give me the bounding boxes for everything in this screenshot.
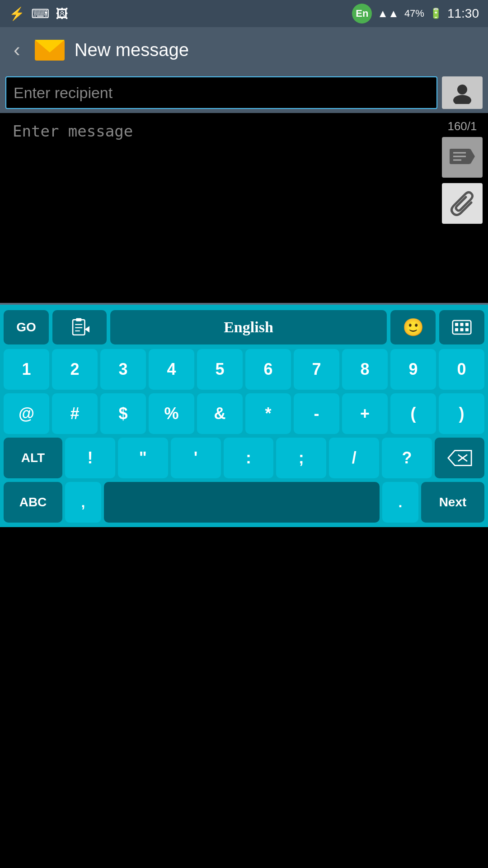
number-row: 1 2 3 4 5 6 7 8 9 0 [3, 349, 485, 390]
clock: 11:30 [447, 6, 479, 21]
symbol-row-1: @ # $ % & * - + ( ) [3, 393, 485, 434]
key-2[interactable]: 2 [52, 349, 98, 390]
backspace-key[interactable] [435, 438, 484, 478]
key-7[interactable]: 7 [294, 349, 339, 390]
key-lparen[interactable]: ( [390, 393, 436, 434]
back-button[interactable]: ‹ [9, 34, 25, 66]
key-colon[interactable]: : [224, 438, 274, 478]
svg-rect-16 [455, 323, 458, 326]
key-9[interactable]: 9 [390, 349, 436, 390]
clipboard-key[interactable] [52, 310, 107, 344]
key-rparen[interactable]: ) [439, 393, 484, 434]
key-6[interactable]: 6 [245, 349, 291, 390]
key-4[interactable]: 4 [149, 349, 194, 390]
key-percent[interactable]: % [149, 393, 194, 434]
svg-point-3 [453, 95, 471, 104]
period-key[interactable]: . [382, 482, 418, 523]
svg-marker-5 [470, 149, 475, 164]
key-dollar[interactable]: $ [100, 393, 146, 434]
status-icons-left: ⚡ ⌨ 🖼 [9, 6, 68, 21]
svg-rect-15 [453, 321, 471, 334]
status-bar: ⚡ ⌨ 🖼 En ▲▲ 47% 🔋 11:30 [0, 0, 488, 27]
key-asterisk[interactable]: * [245, 393, 291, 434]
usb-icon: ⚡ [9, 6, 25, 21]
symbol-row-2: ALT ! " ' : ; / ? [3, 438, 485, 478]
keyboard: GO English 🙂 [0, 305, 488, 527]
signal-icon: ▲▲ [377, 7, 399, 20]
message-input[interactable] [5, 118, 437, 271]
key-dquote[interactable]: " [118, 438, 168, 478]
svg-rect-19 [455, 328, 458, 331]
recipient-row [0, 72, 488, 113]
send-button[interactable] [442, 137, 483, 178]
char-count: 160/1 [447, 119, 477, 133]
key-plus[interactable]: + [342, 393, 388, 434]
key-ampersand[interactable]: & [197, 393, 243, 434]
key-3[interactable]: 3 [100, 349, 146, 390]
battery-icon: 🔋 [430, 8, 442, 19]
attach-button[interactable] [442, 183, 483, 224]
key-semicolon[interactable]: ; [276, 438, 326, 478]
key-minus[interactable]: - [294, 393, 339, 434]
language-badge: En [352, 4, 372, 24]
alt-key[interactable]: ALT [4, 438, 62, 478]
abc-key[interactable]: ABC [4, 482, 62, 523]
key-5[interactable]: 5 [197, 349, 243, 390]
keyboard-settings-key[interactable] [439, 310, 484, 344]
app-bar: ‹ New message [0, 27, 488, 72]
battery-level: 47% [404, 8, 424, 19]
key-at[interactable]: @ [4, 393, 49, 434]
keyboard-icon: ⌨ [31, 6, 49, 21]
key-question[interactable]: ? [382, 438, 432, 478]
message-side: 160/1 [442, 118, 483, 224]
image-icon: 🖼 [56, 6, 68, 21]
svg-rect-20 [460, 328, 463, 331]
key-squote[interactable]: ' [171, 438, 221, 478]
key-0[interactable]: 0 [439, 349, 484, 390]
mail-icon [34, 36, 66, 63]
emoji-key[interactable]: 🙂 [390, 310, 436, 344]
svg-rect-17 [460, 323, 463, 326]
bottom-row: ABC , . Next [3, 482, 485, 527]
key-exclaim[interactable]: ! [65, 438, 115, 478]
svg-rect-18 [465, 323, 469, 326]
key-hash[interactable]: # [52, 393, 98, 434]
svg-point-2 [457, 85, 467, 94]
keyboard-toolbar: GO English 🙂 [3, 309, 485, 345]
language-key[interactable]: English [110, 310, 387, 344]
key-8[interactable]: 8 [342, 349, 388, 390]
contact-picker-button[interactable] [442, 76, 483, 109]
recipient-input[interactable] [5, 76, 437, 109]
comma-key[interactable]: , [65, 482, 101, 523]
svg-rect-10 [76, 318, 81, 321]
message-area: 160/1 [0, 113, 488, 303]
key-slash[interactable]: / [329, 438, 379, 478]
go-key[interactable]: GO [4, 310, 49, 344]
svg-rect-21 [465, 328, 469, 331]
next-key[interactable]: Next [421, 482, 484, 523]
key-1[interactable]: 1 [4, 349, 49, 390]
space-key[interactable] [104, 482, 380, 523]
svg-marker-14 [84, 326, 89, 332]
page-title: New message [75, 40, 189, 60]
svg-marker-22 [448, 451, 471, 466]
